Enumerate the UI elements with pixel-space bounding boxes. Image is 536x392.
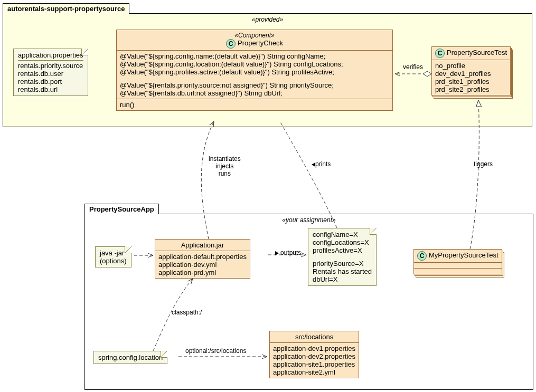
box-title: Application.jar <box>155 240 250 251</box>
label-verifies: verifies <box>403 63 423 71</box>
note-line: (options) <box>100 257 127 265</box>
class-name: MyPropertySourceTest <box>429 251 499 259</box>
component-icon: C <box>417 251 427 261</box>
box-application-jar: Application.jar application-default.prop… <box>155 239 250 279</box>
label-outputs: outputs <box>275 249 301 256</box>
note-line: rentals.priority.source <box>18 62 83 70</box>
label-prints: prints <box>310 160 331 168</box>
note-line: java -jar <box>100 249 127 257</box>
label-classpath: classpath:/ <box>172 309 202 316</box>
label-tiggers: tiggers <box>474 160 493 168</box>
attr-line: @Value("${spring.config.name:(default va… <box>120 52 389 60</box>
attr-line: application-site1.properties <box>273 360 355 368</box>
attr-line: application-dev2.properties <box>273 352 355 360</box>
attr-line: application-dev1.properties <box>273 345 355 352</box>
package-assignment-stereotype: «your assignment» <box>85 214 533 224</box>
attr-line: application-site2.yml <box>273 368 355 376</box>
attr-line: @Value("${spring.profiles.active:(defaul… <box>120 68 389 76</box>
note-line: rentals.db.url <box>18 85 83 93</box>
package-provided-stereotype: «provided» <box>3 14 532 23</box>
class-property-source-test: CPropertySourceTest no_profile dev_dev1_… <box>431 46 511 95</box>
attr-line: application-prd.yml <box>158 269 247 276</box>
class-stereotype: «Component» <box>120 32 389 39</box>
note-line: dbUrl=X <box>313 275 372 283</box>
note-line: configName=X <box>313 231 372 238</box>
box-title: src/locations <box>270 331 359 342</box>
attr-line: prd_site2_profiles <box>435 85 507 93</box>
attr-line: dev_dev1_profiles <box>435 70 507 78</box>
attr-line: application-dev.yml <box>158 261 247 269</box>
note-application-properties: application.properties rentals.priority.… <box>13 49 88 96</box>
attr-line: no_profile <box>435 62 507 70</box>
op-line: run() <box>120 101 389 109</box>
note-line: profilesActive=X <box>313 246 372 254</box>
attr-line: @Value("${rentals.db.url:not assigned}")… <box>120 89 389 97</box>
note-output: configName=X configLocations=X profilesA… <box>308 228 377 286</box>
box-src-locations: src/locations application-dev1.propertie… <box>269 331 359 378</box>
attr-line: application-default.properties <box>158 253 247 261</box>
note-line: rentals.db.user <box>18 70 83 78</box>
component-icon: C <box>435 49 445 58</box>
note-title: application.properties <box>18 51 83 61</box>
label-instantiates: instantiates injects runs <box>209 155 241 177</box>
note-line: spring.config.location <box>98 353 163 361</box>
note-line: Rentals has started <box>313 267 372 275</box>
attr-line: prd_site1_profiles <box>435 78 507 85</box>
component-icon: C <box>226 39 236 49</box>
direction-triangle-icon <box>275 251 279 255</box>
direction-triangle-icon <box>312 162 315 167</box>
package-assignment-tab: PropertySourceApp <box>84 204 159 214</box>
note-line: rentals.db.port <box>18 78 83 85</box>
note-spring-config-location: spring.config.location <box>93 351 167 364</box>
label-optional: optional:/src/locations <box>185 347 246 355</box>
note-java-jar: java -jar (options) <box>95 246 131 267</box>
class-property-check: «Component» CPropertyCheck @Value("${spr… <box>116 30 393 111</box>
attr-line: @Value("${rentals.priority.source:not as… <box>120 81 389 89</box>
note-line: prioritySource=X <box>313 260 372 267</box>
package-provided-tab: autorentals-support-propertysource <box>3 3 129 14</box>
class-name: PropertyCheck <box>238 39 283 47</box>
class-my-property-source-test: CMyPropertySourceTest <box>413 249 502 274</box>
class-name: PropertySourceTest <box>447 49 507 56</box>
attr-line: @Value("${spring.config.location:(defaul… <box>120 60 389 68</box>
note-line: configLocations=X <box>313 238 372 246</box>
